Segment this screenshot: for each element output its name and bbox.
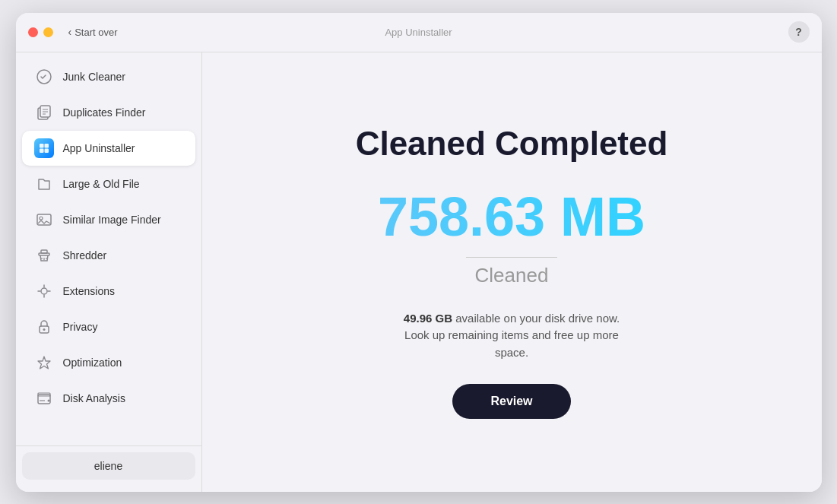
close-button[interactable] [28, 27, 38, 37]
privacy-label: Privacy [63, 321, 98, 333]
main-layout: Junk Cleaner Duplicates Finder [16, 52, 822, 492]
user-profile[interactable]: eliene [22, 452, 195, 480]
svg-rect-9 [44, 148, 49, 153]
privacy-icon [34, 317, 54, 337]
content-area: Cleaned Completed 758.63 MB Cleaned 49.9… [202, 52, 822, 492]
svg-rect-6 [40, 144, 44, 148]
cleaned-title: Cleaned Completed [356, 125, 668, 163]
sidebar-item-similar-image-finder[interactable]: Similar Image Finder [22, 202, 195, 237]
start-over-label: Start over [75, 27, 117, 38]
sidebar-item-optimization[interactable]: Optimization [22, 345, 195, 380]
junk-cleaner-icon [34, 67, 54, 87]
sidebar: Junk Cleaner Duplicates Finder [16, 52, 202, 492]
extensions-label: Extensions [63, 285, 115, 297]
svg-point-11 [40, 217, 43, 220]
disk-analysis-icon [34, 388, 54, 408]
sidebar-item-duplicates-finder[interactable]: Duplicates Finder [22, 95, 195, 130]
sidebar-item-extensions[interactable]: Extensions [22, 274, 195, 309]
duplicates-finder-icon [34, 103, 54, 122]
sidebar-footer: eliene [16, 445, 201, 486]
svg-rect-16 [41, 250, 47, 253]
sidebar-item-junk-cleaner[interactable]: Junk Cleaner [22, 59, 195, 94]
disk-info: 49.96 GB available on your disk drive no… [390, 310, 633, 362]
extensions-icon [34, 281, 54, 301]
traffic-lights [28, 27, 53, 37]
app-window: ‹ Start over App Uninstaller ? Junk Clea… [16, 13, 822, 492]
start-over-button[interactable]: ‹ Start over [68, 26, 118, 38]
app-uninstaller-label: App Uninstaller [63, 142, 135, 154]
chevron-left-icon: ‹ [68, 26, 72, 38]
shredder-icon [34, 246, 54, 265]
similar-image-finder-label: Similar Image Finder [63, 214, 161, 226]
review-button[interactable]: Review [452, 384, 570, 419]
title-bar: ‹ Start over App Uninstaller ? [16, 13, 822, 52]
duplicates-finder-label: Duplicates Finder [63, 106, 146, 119]
cleaned-label: Cleaned [475, 264, 549, 287]
minimize-button[interactable] [43, 27, 53, 37]
similar-image-finder-icon [34, 210, 54, 230]
disk-available: 49.96 GB [404, 312, 452, 325]
sidebar-item-disk-analysis[interactable]: Disk Analysis [22, 381, 195, 416]
svg-point-19 [43, 328, 45, 331]
large-old-file-label: Large & Old File [63, 178, 140, 190]
sidebar-item-large-old-file[interactable]: Large & Old File [22, 166, 195, 201]
junk-cleaner-label: Junk Cleaner [63, 71, 126, 83]
shredder-label: Shredder [63, 249, 107, 262]
cleaned-divider [466, 257, 557, 258]
app-title: App Uninstaller [385, 27, 452, 38]
optimization-icon [34, 353, 54, 372]
help-button[interactable]: ? [788, 21, 810, 43]
sidebar-item-privacy[interactable]: Privacy [22, 309, 195, 344]
large-old-file-icon [34, 174, 54, 194]
disk-analysis-label: Disk Analysis [63, 392, 125, 404]
optimization-label: Optimization [63, 357, 122, 369]
cleaned-size: 758.63 MB [378, 185, 645, 248]
sidebar-item-shredder[interactable]: Shredder [22, 238, 195, 273]
svg-rect-8 [40, 148, 44, 153]
sidebar-items: Junk Cleaner Duplicates Finder [16, 59, 201, 445]
app-uninstaller-icon [34, 138, 54, 158]
svg-point-17 [41, 288, 47, 294]
sidebar-item-app-uninstaller[interactable]: App Uninstaller [22, 131, 195, 166]
svg-rect-7 [44, 144, 49, 148]
svg-point-22 [47, 399, 49, 401]
